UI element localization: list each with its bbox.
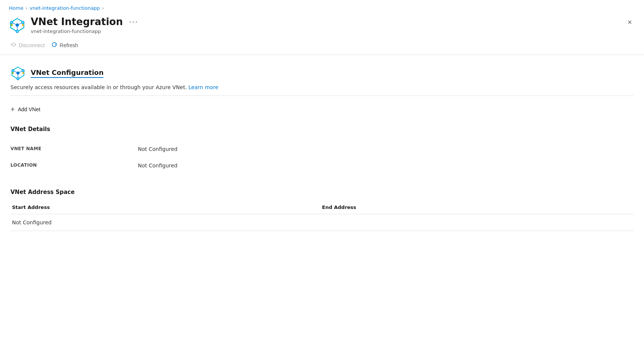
disconnect-label: Disconnect	[19, 42, 45, 48]
details-row: VNet NAME Not Configured	[10, 141, 634, 157]
address-start-cell: Not Configured	[10, 214, 322, 231]
svg-point-11	[15, 44, 16, 45]
svg-point-13	[16, 72, 19, 75]
svg-point-1	[16, 24, 19, 27]
vnet-details-title: VNet Details	[10, 126, 634, 133]
details-label: VNet NAME	[10, 146, 138, 151]
vnet-logo-icon	[9, 17, 25, 33]
svg-point-4	[16, 30, 18, 33]
refresh-button[interactable]: Refresh	[50, 39, 83, 51]
address-row: Not Configured	[10, 214, 634, 231]
svg-point-10	[11, 44, 12, 45]
refresh-label: Refresh	[60, 42, 78, 48]
header-area: VNet Integration ··· vnet-integration-fu…	[0, 15, 644, 34]
svg-line-6	[19, 23, 22, 25]
address-table: Start Address End Address Not Configured	[10, 201, 634, 231]
header-left: VNet Integration ··· vnet-integration-fu…	[9, 16, 140, 34]
svg-line-5	[13, 23, 16, 25]
breadcrumb-home[interactable]: Home	[9, 5, 23, 11]
more-options-button[interactable]: ···	[127, 17, 140, 27]
section-title: VNet Configuration	[31, 69, 103, 78]
svg-point-15	[22, 70, 24, 72]
disconnect-icon	[10, 42, 16, 49]
main-content: VNet Configuration Securely access resou…	[0, 55, 644, 242]
header-title-row: VNet Integration ···	[31, 16, 140, 28]
breadcrumb-sep-2: ›	[102, 6, 104, 11]
breadcrumb-sep-1: ›	[25, 6, 27, 11]
disconnect-button[interactable]: Disconnect	[9, 39, 50, 51]
col-end-header: End Address	[322, 201, 634, 214]
svg-line-18	[19, 71, 22, 72]
details-value: Not Configured	[138, 146, 178, 152]
svg-point-16	[17, 78, 19, 80]
toolbar: Disconnect Refresh	[0, 34, 644, 55]
details-value: Not Configured	[138, 163, 178, 169]
svg-line-17	[14, 71, 17, 72]
address-end-cell	[322, 214, 634, 231]
breadcrumb: Home › vnet-integration-functionapp ›	[0, 0, 644, 15]
section-vnet-icon	[10, 66, 25, 81]
svg-point-3	[21, 21, 24, 24]
section-description: Securely access resources available in o…	[10, 84, 634, 96]
header-title-block: VNet Integration ··· vnet-integration-fu…	[31, 16, 140, 34]
add-vnet-label: Add VNet	[18, 106, 40, 112]
svg-point-14	[12, 70, 14, 72]
header-subtitle: vnet-integration-functionapp	[31, 28, 140, 34]
col-start-header: Start Address	[10, 201, 322, 214]
close-button[interactable]: ×	[625, 16, 635, 28]
vnet-details-table: VNet NAME Not Configured LOCATION Not Co…	[10, 141, 634, 174]
page-title: VNet Integration	[31, 16, 123, 28]
add-vnet-button[interactable]: + Add VNet	[10, 103, 40, 115]
details-row: LOCATION Not Configured	[10, 157, 634, 174]
learn-more-link[interactable]: Learn more	[188, 84, 218, 90]
svg-point-2	[10, 21, 13, 24]
add-vnet-plus-icon: +	[10, 106, 15, 113]
details-label: LOCATION	[10, 163, 138, 168]
refresh-icon	[51, 42, 57, 49]
address-space-title: VNet Address Space	[10, 189, 634, 195]
section-header: VNet Configuration	[10, 66, 634, 81]
section-description-text: Securely access resources available in o…	[10, 84, 187, 90]
breadcrumb-app[interactable]: vnet-integration-functionapp	[30, 5, 100, 11]
